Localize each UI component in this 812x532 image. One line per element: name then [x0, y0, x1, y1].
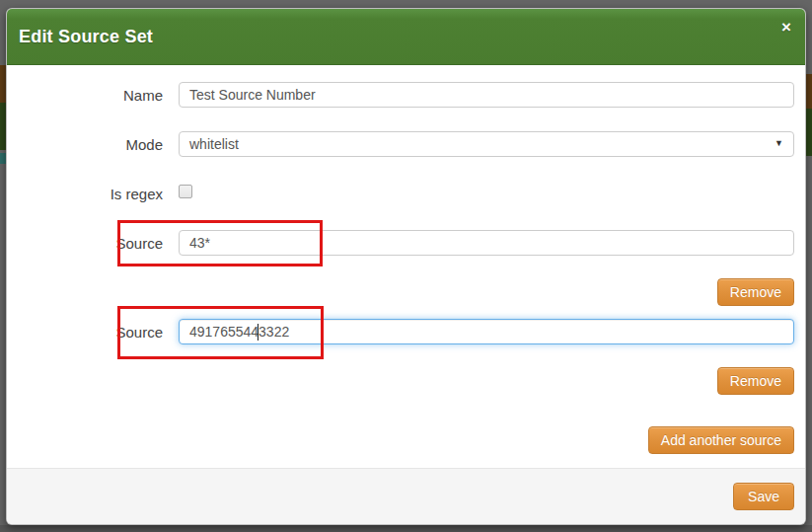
backdrop-band-brown-right	[805, 74, 812, 109]
modal-footer: Save	[7, 468, 805, 524]
modal-header: Edit Source Set ×	[7, 9, 805, 65]
mode-label: Mode	[7, 136, 179, 153]
is-regex-label: Is regex	[7, 186, 179, 202]
add-source-row: Add another source	[7, 426, 794, 454]
text-caret	[258, 324, 258, 341]
name-label: Name	[7, 87, 179, 104]
name-row: Name	[7, 82, 794, 108]
source-row-1: Source	[7, 230, 794, 256]
source-1-actions: Remove	[7, 278, 794, 306]
backdrop-band-green-right	[805, 109, 812, 156]
mode-row: Mode whitelist ▼	[7, 131, 794, 157]
name-input[interactable]	[179, 82, 794, 108]
is-regex-checkbox[interactable]	[179, 185, 192, 198]
backdrop-bottom-strip	[0, 525, 812, 532]
close-icon[interactable]: ×	[781, 19, 791, 36]
source-2-label: Source	[7, 324, 179, 341]
is-regex-row: Is regex	[7, 187, 794, 200]
source-row-2: Source	[7, 319, 794, 344]
modal-body: Name Mode whitelist ▼ Is regex Source	[7, 65, 805, 468]
source-2-actions: Remove	[7, 367, 794, 395]
source-1-input[interactable]	[179, 230, 794, 256]
edit-source-set-modal: Edit Source Set × Name Mode whitelist ▼ …	[6, 8, 806, 525]
mode-select-value: whitelist	[189, 136, 239, 152]
mode-select[interactable]: whitelist	[179, 131, 794, 157]
remove-source-1-button[interactable]: Remove	[717, 278, 794, 306]
add-another-source-button[interactable]: Add another source	[648, 426, 794, 454]
modal-title: Edit Source Set	[19, 27, 153, 47]
source-1-label: Source	[7, 235, 179, 252]
save-button[interactable]: Save	[733, 483, 794, 510]
remove-source-2-button[interactable]: Remove	[717, 367, 794, 395]
source-2-input[interactable]	[179, 319, 794, 344]
